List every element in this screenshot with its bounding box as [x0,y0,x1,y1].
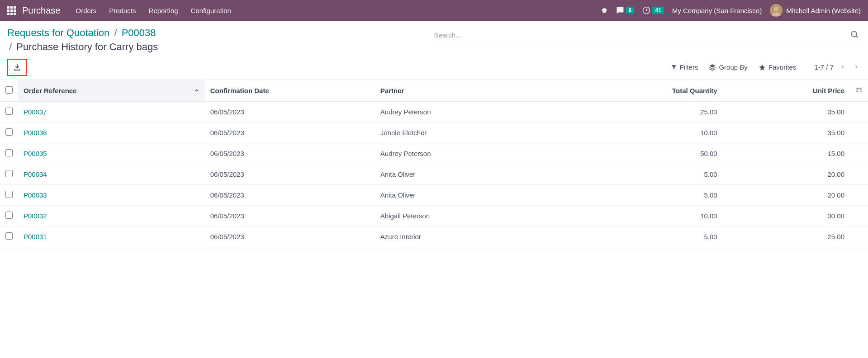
groupby-button[interactable]: Group By [709,63,747,71]
cell-unit-price: 20.00 [723,184,850,205]
filters-button[interactable]: Filters [671,63,698,71]
col-unit-price[interactable]: Unit Price [723,80,850,102]
row-checkbox[interactable] [5,232,13,240]
favorites-button[interactable]: Favorites [759,63,797,71]
cell-unit-price: 20.00 [723,164,850,184]
cell-total-qty: 50.00 [595,143,723,164]
debug-icon[interactable] [601,7,608,14]
select-all-header [0,80,18,102]
cell-order-ref: P00037 [18,101,205,122]
cell-unit-price: 15.00 [723,143,850,164]
cell-unit-price: 25.00 [723,226,850,247]
nav-item-products[interactable]: Products [109,7,136,14]
cell-total-qty: 5.00 [595,184,723,205]
breadcrumb-current: Purchase History for Carry bags [16,41,158,52]
row-checkbox-cell [0,184,18,205]
table-row[interactable]: P00034 06/05/2023 Anita Oliver 5.00 20.0… [0,164,868,184]
navbar-right: 6 41 My Company (San Francisco) Mitchell… [601,4,861,17]
control-panel: Requests for Quotation / P00038 / Purcha… [0,21,868,80]
company-switcher[interactable]: My Company (San Francisco) [672,7,762,14]
order-ref-link[interactable]: P00035 [24,150,47,157]
row-checkbox-cell [0,122,18,143]
data-table: Order Reference Confirmation Date Partne… [0,80,868,247]
navbar-left: Purchase Orders Products Reporting Confi… [7,5,231,16]
row-checkbox[interactable] [5,128,13,136]
search-area [434,26,861,44]
filters-label: Filters [680,63,698,71]
row-checkbox[interactable] [5,108,13,115]
col-partner[interactable]: Partner [375,80,595,102]
cell-total-qty: 10.00 [595,122,723,143]
cell-confirm-date: 06/05/2023 [205,101,375,122]
row-checkbox[interactable] [5,149,13,156]
order-ref-link[interactable]: P00033 [24,191,47,199]
table-row[interactable]: P00035 06/05/2023 Audrey Peterson 50.00 … [0,143,868,164]
cell-confirm-date: 06/05/2023 [205,164,375,184]
col-order-ref[interactable]: Order Reference [18,80,205,102]
svg-line-4 [856,36,858,38]
order-ref-link[interactable]: P00034 [24,170,47,178]
apps-icon[interactable] [7,6,16,15]
cell-total-qty: 10.00 [595,205,723,226]
cell-confirm-date: 06/05/2023 [205,205,375,226]
cell-settings [850,101,868,122]
cell-settings [850,184,868,205]
cell-partner: Anita Oliver [375,164,595,184]
cell-order-ref: P00035 [18,143,205,164]
user-menu[interactable]: Mitchell Admin (Website) [770,4,861,17]
messages-icon[interactable]: 6 [616,6,635,14]
nav-item-configuration[interactable]: Configuration [191,7,231,14]
col-total-qty[interactable]: Total Quantity [595,80,723,102]
app-title[interactable]: Purchase [22,5,61,16]
breadcrumb-separator: / [9,41,12,52]
pager-prev[interactable] [838,61,847,73]
row-checkbox[interactable] [5,191,13,198]
favorites-label: Favorites [768,63,797,71]
activities-badge: 41 [652,7,664,14]
col-settings[interactable] [850,80,868,102]
breadcrumb-mid[interactable]: P00038 [122,27,156,38]
nav-item-reporting[interactable]: Reporting [149,7,178,14]
order-ref-link[interactable]: P00032 [24,212,47,220]
row-checkbox[interactable] [5,212,13,219]
nav-menu: Orders Products Reporting Configuration [76,7,231,14]
select-all-checkbox[interactable] [5,86,13,94]
order-ref-link[interactable]: P00037 [24,108,47,116]
cell-total-qty: 25.00 [595,101,723,122]
pager-next[interactable] [852,61,861,73]
table-row[interactable]: P00032 06/05/2023 Abigail Peterson 10.00… [0,205,868,226]
cell-order-ref: P00031 [18,226,205,247]
breadcrumb-separator: / [114,27,117,38]
cp-top: Requests for Quotation / P00038 / Purcha… [7,26,861,54]
cell-confirm-date: 06/05/2023 [205,143,375,164]
top-navbar: Purchase Orders Products Reporting Confi… [0,0,868,21]
breadcrumb-root[interactable]: Requests for Quotation [7,27,109,38]
cell-partner: Azure Interior [375,226,595,247]
filter-icon [671,64,677,71]
table-row[interactable]: P00031 06/05/2023 Azure Interior 5.00 25… [0,226,868,247]
col-total-qty-label: Total Quantity [672,87,717,94]
cell-unit-price: 30.00 [723,205,850,226]
row-checkbox[interactable] [5,170,13,177]
search-button[interactable] [848,28,861,42]
cell-settings [850,164,868,184]
groupby-label: Group By [719,63,747,71]
svg-point-3 [851,31,857,37]
table-row[interactable]: P00036 06/05/2023 Jennie Fletcher 10.00 … [0,122,868,143]
order-ref-link[interactable]: P00036 [24,129,47,137]
cell-total-qty: 5.00 [595,226,723,247]
row-checkbox-cell [0,101,18,122]
col-order-ref-label: Order Reference [24,87,77,94]
activities-icon[interactable]: 41 [642,6,664,14]
table-header-row: Order Reference Confirmation Date Partne… [0,80,868,102]
nav-item-orders[interactable]: Orders [76,7,97,14]
table-row[interactable]: P00037 06/05/2023 Audrey Peterson 25.00 … [0,101,868,122]
export-button[interactable] [7,59,27,76]
col-confirm-date[interactable]: Confirmation Date [205,80,375,102]
messages-badge: 6 [626,7,635,14]
pager-text[interactable]: 1-7 / 7 [814,63,834,71]
order-ref-link[interactable]: P00031 [24,233,47,240]
row-checkbox-cell [0,205,18,226]
search-input[interactable] [434,31,849,39]
table-row[interactable]: P00033 06/05/2023 Anita Oliver 5.00 20.0… [0,184,868,205]
